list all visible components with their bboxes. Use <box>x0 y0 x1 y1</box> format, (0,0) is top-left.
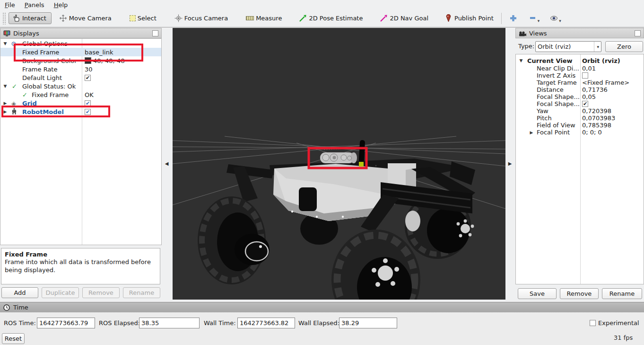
row-value[interactable]: <Fixed Frame> <box>582 79 629 86</box>
checkbox-checked[interactable]: ✔ <box>582 101 588 107</box>
tool-label: Select <box>138 15 157 22</box>
fixed-frame-value[interactable]: base_link <box>85 49 113 56</box>
tree-row-focal-point[interactable]: ▶ Focal Point 0; 0; 0 <box>516 129 644 136</box>
nav-goal-tool-button[interactable]: 2D Nav Goal <box>376 12 432 24</box>
tree-row-pitch[interactable]: Pitch 0,0703983 <box>516 115 644 122</box>
row-label: RobotModel <box>22 108 64 115</box>
reset-time-button[interactable]: Reset <box>2 333 25 344</box>
float-panel-button[interactable] <box>152 30 158 36</box>
menu-panels[interactable]: Panels <box>20 1 49 9</box>
tool-label: Interact <box>22 15 46 22</box>
expander-icon[interactable]: ▶ <box>3 109 8 114</box>
tree-row-global-status[interactable]: ▼ ✓ Global Status: Ok <box>0 82 161 90</box>
experimental-checkbox[interactable] <box>590 320 596 326</box>
tree-row-yaw[interactable]: Yaw 0,720398 <box>516 107 644 115</box>
visibility-button[interactable]: ▾ <box>546 12 565 25</box>
row-value[interactable]: 0,785398 <box>582 122 611 129</box>
tree-row-invert-z[interactable]: Invert Z Axis <box>516 72 644 79</box>
status-ok-icon: ✓ <box>12 83 17 89</box>
collapse-right-panel-button[interactable]: ▶ <box>507 160 513 167</box>
experimental-label: Experimental <box>598 319 639 327</box>
ros-elapsed-input[interactable]: 38.35 <box>139 318 200 328</box>
eye-icon <box>550 14 558 22</box>
menu-help[interactable]: Help <box>49 1 73 9</box>
grid-icon: ◈ <box>11 100 16 106</box>
row-label: Yaw <box>537 107 548 115</box>
views-panel-header[interactable]: Views <box>515 28 644 38</box>
remove-display-button[interactable]: Remove <box>82 287 120 298</box>
zero-view-button[interactable]: Zero <box>605 41 643 52</box>
row-value[interactable]: 0,71736 <box>582 86 608 93</box>
expander-icon[interactable]: ▼ <box>3 41 8 46</box>
pose-estimate-tool-button[interactable]: 2D Pose Estimate <box>295 12 366 24</box>
toolbar-separator <box>501 13 502 24</box>
add-display-button[interactable]: Add <box>1 287 38 298</box>
tree-row-near-clip[interactable]: Near Clip Di... 0,01 <box>516 65 644 72</box>
zoom-out-button[interactable]: ▾ <box>525 12 544 25</box>
tree-row-default-light[interactable]: Default Light ✔ <box>0 73 161 82</box>
tree-row-distance[interactable]: Distance 0,71736 <box>516 86 644 93</box>
row-value[interactable]: 0,0703983 <box>582 115 615 122</box>
checkbox-checked[interactable]: ✔ <box>85 75 91 81</box>
checkbox-checked[interactable]: ✔ <box>85 100 91 106</box>
measure-tool-button[interactable]: Measure <box>242 13 286 24</box>
expander-icon[interactable]: ▼ <box>519 58 523 63</box>
collapse-left-panel-button[interactable]: ◀ <box>164 160 170 167</box>
magenta-arrow-icon <box>380 14 388 22</box>
tree-row-target-frame[interactable]: Target Frame <Fixed Frame> <box>516 79 644 86</box>
invert-z-checkbox[interactable] <box>582 72 588 79</box>
publish-point-tool-button[interactable]: Publish Point <box>441 12 497 24</box>
checkbox-checked[interactable]: ✔ <box>85 109 91 115</box>
focus-camera-tool-button[interactable]: Focus Camera <box>171 12 232 24</box>
tree-row-frame-rate[interactable]: Frame Rate 30 <box>0 65 161 73</box>
grid-enabled-checkbox[interactable]: ✔ <box>85 100 91 106</box>
tree-row-fixed-frame-status[interactable]: ✓ Fixed Frame OK <box>0 90 161 99</box>
row-value[interactable]: 0,01 <box>582 65 596 72</box>
row-label: Pitch <box>537 115 552 122</box>
tree-row-field-of-view[interactable]: Field of View 0,785398 <box>516 122 644 129</box>
focal-shape-checkbox[interactable]: ✔ <box>582 101 588 107</box>
view-type-value: Orbit (rviz) <box>538 43 571 50</box>
rename-display-button[interactable]: Rename <box>123 287 160 298</box>
frame-rate-value[interactable]: 30 <box>85 66 93 73</box>
expander-icon[interactable]: ▼ <box>3 84 8 88</box>
tree-row-current-view[interactable]: ▼ Current View Orbit (rviz) <box>516 56 644 65</box>
interact-tool-button[interactable]: Interact <box>9 12 52 24</box>
tree-row-global-options[interactable]: ▼ ⚙ Global Options <box>0 39 161 48</box>
save-view-button[interactable]: Save <box>518 288 557 299</box>
tree-row-grid[interactable]: ▶ ◈ Grid ✔ <box>0 99 161 107</box>
color-value[interactable]: 48; 48; 48 <box>85 57 125 64</box>
row-label: Field of View <box>537 122 575 129</box>
time-panel-body: ROS Time: 1642773663.79 ROS Elapsed: 38.… <box>0 312 644 345</box>
duplicate-display-button[interactable]: Duplicate <box>42 287 79 298</box>
robotmodel-enabled-checkbox[interactable]: ✔ <box>85 109 91 115</box>
wall-elapsed-input[interactable]: 38.29 <box>339 318 397 328</box>
displays-panel-header[interactable]: Displays <box>0 28 162 38</box>
move-camera-tool-button[interactable]: Move Camera <box>55 12 115 24</box>
tree-row-focal-shape-size[interactable]: Focal Shape... 0,05 <box>516 93 644 100</box>
tree-row-fixed-frame[interactable]: Fixed Frame base_link <box>0 48 161 56</box>
wall-time-input[interactable]: 1642773663.82 <box>237 318 295 328</box>
row-value[interactable]: 0; 0; 0 <box>582 129 602 136</box>
time-panel-header[interactable]: Time <box>0 302 644 312</box>
remove-view-button[interactable]: Remove <box>560 288 599 299</box>
expander-icon[interactable]: ▶ <box>529 130 534 135</box>
3d-viewport[interactable] <box>173 28 505 300</box>
tree-row-robotmodel[interactable]: ▶ RobotModel ✔ <box>0 107 161 116</box>
tree-row-background-color[interactable]: Background Color 48; 48; 48 <box>0 56 161 65</box>
toolbar-drag-handle[interactable] <box>2 12 6 25</box>
row-value[interactable]: 0,05 <box>582 93 596 100</box>
checkbox-unchecked[interactable] <box>582 72 588 79</box>
ros-time-input[interactable]: 1642773663.79 <box>37 318 95 328</box>
rename-view-button[interactable]: Rename <box>602 288 642 299</box>
panel-title: Displays <box>13 30 39 37</box>
select-tool-button[interactable]: Select <box>126 13 160 24</box>
menu-file[interactable]: File <box>0 1 20 9</box>
zoom-in-button[interactable] <box>505 12 521 24</box>
expander-icon[interactable]: ▶ <box>3 101 8 106</box>
float-panel-button[interactable] <box>635 30 641 36</box>
view-type-select[interactable]: Orbit (rviz) ▾ <box>535 41 601 52</box>
default-light-checkbox[interactable]: ✔ <box>85 75 91 81</box>
row-value[interactable]: 0,720398 <box>582 107 611 115</box>
tree-row-focal-shape-fixed[interactable]: Focal Shape... ✔ <box>516 100 644 107</box>
